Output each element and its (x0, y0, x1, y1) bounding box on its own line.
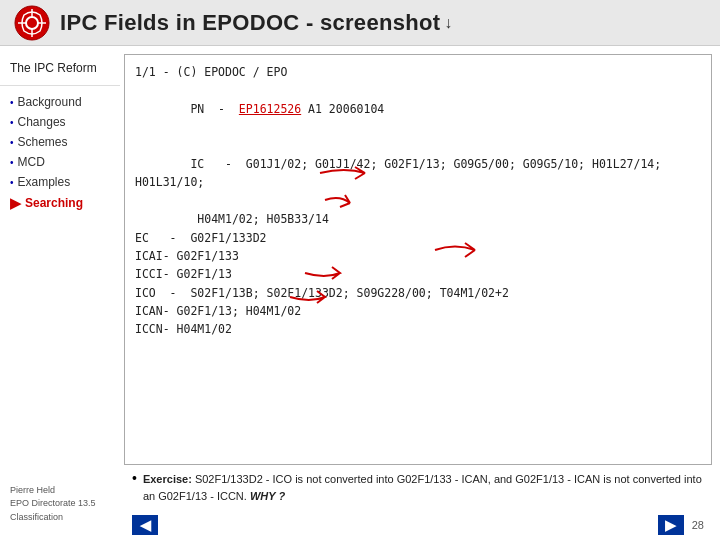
exercise-text: Exercise: S02F1/133D2 - ICO is not conve… (143, 471, 704, 504)
page-title: IPC Fields in EPODOC - screenshot (60, 10, 440, 36)
sidebar-item-label: Searching (25, 196, 83, 210)
footer-line-3: Classification (10, 511, 110, 525)
exercise-bullet: • (132, 470, 137, 486)
sidebar-item-searching[interactable]: ▶ Searching (0, 192, 120, 214)
sidebar-item-examples[interactable]: • Examples (0, 172, 120, 192)
sidebar-item-label: MCD (18, 155, 45, 169)
header: IPC Fields in EPODOC - screenshot ↓ (0, 0, 720, 46)
sidebar-item-label: Examples (18, 175, 71, 189)
bullet-icon: • (10, 97, 14, 108)
bullet-icon: • (10, 177, 14, 188)
sidebar-footer: Pierre Held EPO Directorate 13.5 Classif… (0, 476, 120, 533)
sidebar-item-label: Schemes (18, 135, 68, 149)
bullet-icon: • (10, 157, 14, 168)
iccn-line: ICCN- H04M1/02 (135, 320, 701, 338)
footer-line-2: EPO Directorate 13.5 (10, 497, 110, 511)
ic-label: IC - G01J1/02; G01J1/42; G02F1/13; G09G5… (135, 157, 668, 189)
pn-value[interactable]: EP1612526 (239, 102, 301, 116)
sidebar-item-label: Changes (18, 115, 66, 129)
pn-label: PN - (190, 102, 238, 116)
sidebar-item-changes[interactable]: • Changes (0, 112, 120, 132)
footer-line-1: Pierre Held (10, 484, 110, 498)
content-box: 1/1 - (C) EPODOC / EPO PN - EP1612526 A1… (124, 54, 712, 465)
bullet-icon: • (10, 137, 14, 148)
sidebar-item-background[interactable]: • Background (0, 92, 120, 112)
ic-continuation: H04M1/02; H05B33/14 (135, 210, 701, 228)
ic-line: IC - G01J1/02; G01J1/42; G02F1/13; G09G5… (135, 137, 701, 211)
next-arrow-icon: ▶ (665, 517, 676, 533)
exercise-why: WHY ? (250, 490, 285, 502)
exercise-label: Exercise: (143, 473, 192, 485)
page-ref-line: 1/1 - (C) EPODOC / EPO (135, 63, 701, 81)
icai-line: ICAI- G02F1/133 (135, 247, 701, 265)
ican-line: ICAN- G02F1/13; H04M1/02 (135, 302, 701, 320)
ico-line: ICO - S02F1/13B; S02F1/133D2; S09G228/00… (135, 284, 701, 302)
sidebar-item-label: Background (18, 95, 82, 109)
page-number: 28 (692, 519, 704, 531)
main-content: 1/1 - (C) EPODOC / EPO PN - EP1612526 A1… (120, 46, 720, 540)
prev-arrow-icon: ◀ (140, 517, 151, 533)
next-button[interactable]: ▶ (658, 515, 684, 535)
pn-suffix: A1 20060104 (301, 102, 384, 116)
ec-line: EC - G02F1/133D2 (135, 229, 701, 247)
sidebar-item-mcd[interactable]: • MCD (0, 152, 120, 172)
prev-button[interactable]: ◀ (132, 515, 158, 535)
bullet-icon: • (10, 117, 14, 128)
sidebar-top-label: The IPC Reform (0, 54, 120, 86)
body-layout: The IPC Reform • Background • Changes • … (0, 46, 720, 540)
sidebar-item-schemes[interactable]: • Schemes (0, 132, 120, 152)
pn-line: PN - EP1612526 A1 20060104 (135, 81, 701, 136)
exercise-section: • Exercise: S02F1/133D2 - ICO is not con… (124, 465, 712, 510)
active-arrow-icon: ▶ (10, 195, 21, 211)
nav-bar: ◀ ▶ 28 (124, 510, 712, 540)
exercise-body: S02F1/133D2 - ICO is not converted into … (143, 473, 702, 502)
sidebar: The IPC Reform • Background • Changes • … (0, 46, 120, 540)
icci-line: ICCI- G02F1/13 (135, 265, 701, 283)
down-arrow-icon: ↓ (444, 14, 452, 32)
epo-logo (14, 5, 50, 41)
